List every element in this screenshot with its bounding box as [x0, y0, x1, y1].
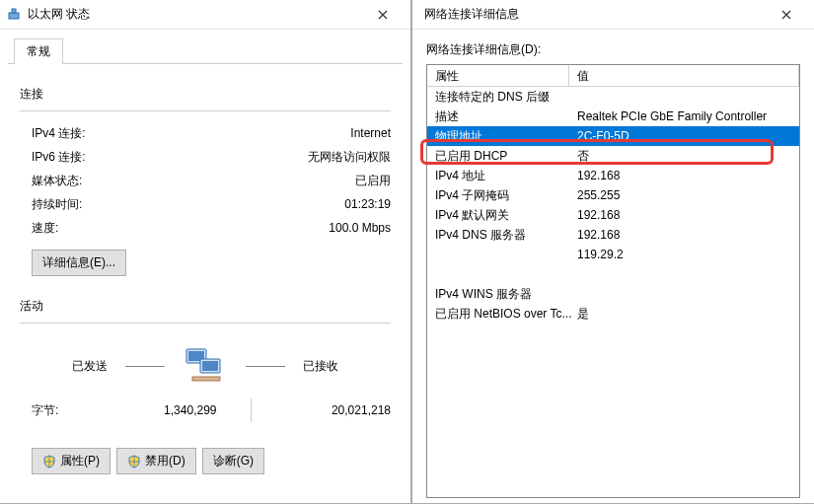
table-row[interactable]: IPv4 默认网关192.168 — [427, 205, 799, 225]
table-body: 连接特定的 DNS 后缀描述Realtek PCIe GbE Family Co… — [427, 87, 799, 324]
table-row[interactable]: IPv4 DNS 服务器192.168 — [427, 225, 799, 245]
prop-cell: IPv4 DNS 服务器 — [435, 227, 577, 244]
svg-rect-0 — [9, 13, 19, 19]
titlebar-left[interactable]: 以太网 状态 — [0, 0, 410, 30]
row-media: 媒体状态: 已启用 — [20, 169, 391, 192]
section-activity: 活动 — [20, 298, 391, 315]
prop-cell: IPv4 默认网关 — [435, 207, 577, 224]
value-cell: 192.168 — [577, 228, 799, 242]
bottom-buttons: 属性(P) 禁用(D) 诊断(G) — [20, 428, 391, 474]
bytes-sent: 1,340,299 — [111, 403, 217, 417]
received-label: 已接收 — [303, 358, 338, 375]
value: 01:23:19 — [170, 195, 391, 213]
bytes-label: 字节: — [32, 402, 111, 419]
value-cell: Realtek PCIe GbE Family Controller — [577, 109, 799, 123]
value: Internet — [170, 124, 391, 142]
value: 100.0 Mbps — [170, 219, 391, 237]
label: IPv4 连接: — [32, 124, 170, 142]
table-row[interactable]: 描述Realtek PCIe GbE Family Controller — [427, 107, 799, 126]
table-row[interactable]: 物理地址2C-F0-5D — [427, 126, 799, 146]
prop-cell: IPv4 地址 — [435, 168, 577, 184]
window-title: 以太网 状态 — [28, 6, 361, 23]
ethernet-status-window: 以太网 状态 常规 连接 IPv4 连接: Internet IPv6 连接: … — [0, 0, 411, 504]
table-row[interactable]: IPv4 子网掩码255.255 — [427, 185, 799, 205]
value-cell: 192.168 — [577, 169, 799, 182]
separator — [251, 398, 252, 422]
table-row[interactable]: 119.29.2 — [427, 245, 799, 264]
line-right — [246, 366, 285, 367]
activity-graphic: 已发送 已接收 — [20, 333, 391, 393]
label: 媒体状态: — [32, 172, 170, 189]
table-header: 属性 值 — [427, 65, 799, 87]
prop-cell: 已启用 NetBIOS over Tc... — [435, 306, 577, 323]
label: IPv6 连接: — [32, 148, 170, 166]
prop-cell: IPv4 子网掩码 — [435, 187, 577, 204]
close-button[interactable] — [765, 1, 808, 29]
tab-general[interactable]: 常规 — [14, 38, 63, 64]
table-row[interactable]: IPv4 WINS 服务器 — [427, 284, 799, 304]
btn-label: 禁用(D) — [145, 453, 185, 469]
line-left — [125, 366, 165, 367]
divider — [20, 110, 391, 111]
table-row[interactable]: 已启用 DHCP否 — [427, 146, 799, 166]
label: 持续时间: — [32, 195, 170, 213]
prop-cell: 描述 — [435, 108, 577, 125]
row-duration: 持续时间: 01:23:19 — [20, 192, 391, 216]
table-row[interactable]: IPv4 地址192.168 — [427, 166, 799, 185]
value-cell: 255.255 — [577, 188, 799, 202]
divider — [20, 323, 391, 324]
sent-label: 已发送 — [72, 358, 108, 375]
shield-icon — [127, 455, 141, 468]
row-speed: 速度: 100.0 Mbps — [20, 216, 391, 240]
bytes-row: 字节: 1,340,299 20,021,218 — [20, 393, 391, 428]
diagnose-button[interactable]: 诊断(G) — [202, 448, 264, 474]
computers-icon — [183, 343, 228, 389]
col-property[interactable]: 属性 — [427, 65, 569, 86]
tabstrip: 常规 — [8, 34, 403, 64]
row-ipv6: IPv6 连接: 无网络访问权限 — [20, 145, 391, 169]
shield-icon — [42, 455, 56, 468]
network-details-window: 网络连接详细信息 网络连接详细信息(D): 属性 值 连接特定的 DNS 后缀描… — [411, 0, 814, 504]
close-button[interactable] — [361, 1, 405, 29]
disable-button[interactable]: 禁用(D) — [116, 448, 196, 474]
value-cell: 192.168 — [577, 208, 799, 222]
value-cell: 2C-F0-5D — [577, 129, 799, 143]
svg-rect-5 — [202, 361, 218, 371]
prop-cell: 物理地址 — [435, 128, 577, 145]
window-title: 网络连接详细信息 — [418, 6, 765, 23]
bytes-received: 20,021,218 — [285, 403, 392, 417]
network-adapter-icon — [6, 7, 22, 23]
svg-rect-6 — [192, 377, 220, 381]
list-label: 网络连接详细信息(D): — [412, 30, 814, 64]
svg-rect-1 — [12, 9, 16, 13]
table-row[interactable]: 连接特定的 DNS 后缀 — [427, 87, 799, 107]
value-cell: 否 — [577, 148, 799, 165]
prop-cell: 连接特定的 DNS 后缀 — [435, 89, 577, 106]
col-value[interactable]: 值 — [569, 65, 799, 86]
label: 速度: — [32, 219, 170, 237]
value: 无网络访问权限 — [170, 148, 391, 166]
content-left: 连接 IPv4 连接: Internet IPv6 连接: 无网络访问权限 媒体… — [0, 64, 410, 486]
value-cell: 是 — [577, 306, 799, 323]
row-ipv4: IPv4 连接: Internet — [20, 121, 391, 145]
btn-label: 属性(P) — [60, 453, 100, 469]
properties-button[interactable]: 属性(P) — [32, 448, 111, 474]
prop-cell: IPv4 WINS 服务器 — [435, 286, 577, 303]
details-table[interactable]: 属性 值 连接特定的 DNS 后缀描述Realtek PCIe GbE Fami… — [426, 64, 800, 498]
value-cell: 119.29.2 — [577, 248, 799, 261]
value: 已启用 — [170, 172, 391, 189]
titlebar-right[interactable]: 网络连接详细信息 — [412, 0, 814, 30]
details-button[interactable]: 详细信息(E)... — [32, 250, 126, 276]
prop-cell: 已启用 DHCP — [435, 148, 577, 165]
table-row[interactable]: 已启用 NetBIOS over Tc...是 — [427, 304, 799, 324]
section-connection: 连接 — [20, 86, 391, 103]
